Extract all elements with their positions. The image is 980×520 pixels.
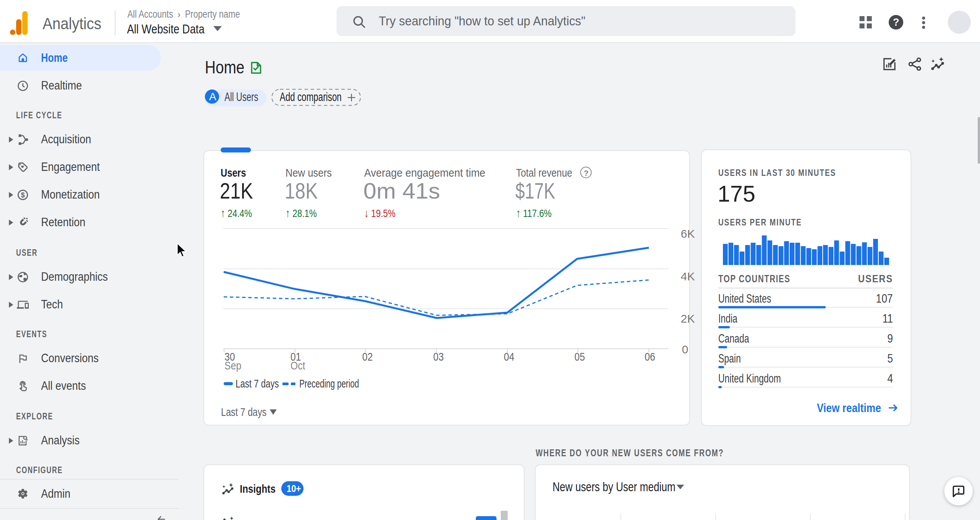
svg-text:$: $ xyxy=(21,191,25,199)
